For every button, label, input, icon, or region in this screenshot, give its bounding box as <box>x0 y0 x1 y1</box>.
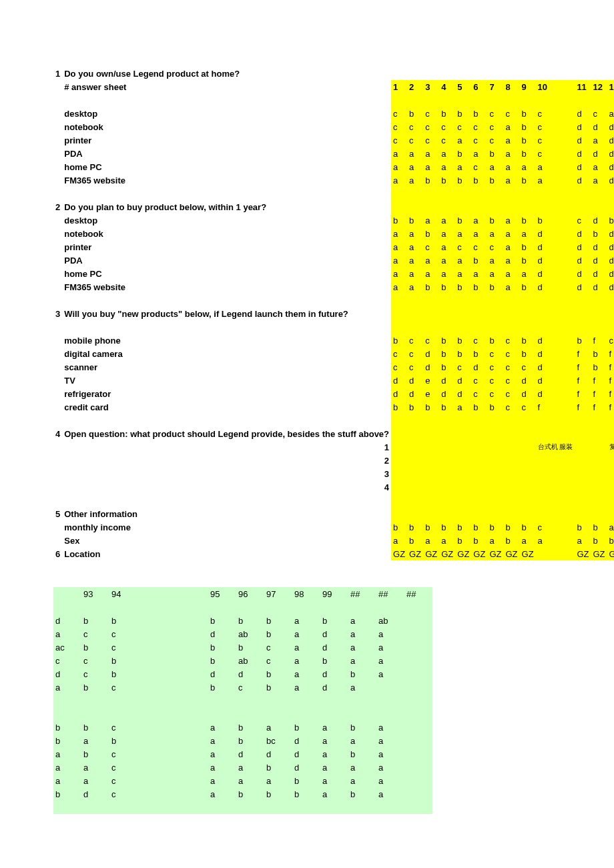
cell: d <box>607 240 614 254</box>
cell: c <box>455 360 471 374</box>
cell: b <box>407 213 423 227</box>
cell: d <box>575 240 591 254</box>
cell: b <box>391 334 407 347</box>
row-label: printer <box>62 133 391 147</box>
green-cell: a <box>320 787 348 801</box>
green-cell: b <box>236 734 264 747</box>
q5-title: Other information <box>62 507 391 520</box>
cell: a <box>407 267 423 280</box>
cell: a <box>520 160 536 173</box>
cell: b <box>575 334 591 347</box>
cell: c <box>439 133 455 147</box>
cell: a <box>520 227 536 240</box>
cell: f <box>591 334 607 347</box>
cell: a <box>503 280 519 294</box>
green-cell <box>404 787 432 801</box>
cell: c <box>391 360 407 374</box>
cell: c <box>423 334 439 347</box>
row-label: TV <box>62 374 391 387</box>
green-cell <box>376 694 404 707</box>
row-label: desktop <box>62 213 391 227</box>
green-cell <box>348 707 376 721</box>
cell: d <box>607 267 614 280</box>
green-cell: a <box>376 787 404 801</box>
green-cell: c <box>109 787 137 801</box>
green-cell: b <box>81 640 109 654</box>
cell: c <box>487 387 503 400</box>
cell: d <box>439 387 455 400</box>
green-cell: a <box>348 774 376 787</box>
cell: d <box>520 387 536 400</box>
cell: c <box>423 240 439 254</box>
green-cell: a <box>348 654 376 667</box>
row-label: mobile phone <box>62 334 391 347</box>
green-cell <box>81 694 109 707</box>
cell: d <box>591 254 607 267</box>
cell: b <box>607 534 614 547</box>
green-cell <box>137 627 208 640</box>
q3-title: Will you buy "new products" below, if Le… <box>62 307 391 320</box>
green-cell <box>404 761 432 774</box>
cell: a <box>407 280 423 294</box>
cell: d <box>536 334 575 347</box>
green-cell: a <box>292 654 320 667</box>
yellow-table: 1Do you own/use Legend product at home?#… <box>53 67 614 560</box>
green-cell <box>137 721 208 734</box>
cell: a <box>423 147 439 160</box>
green-cell: b <box>236 787 264 801</box>
cell: c <box>471 334 487 347</box>
cell: c <box>503 334 519 347</box>
green-cell: a <box>53 747 81 761</box>
green-cell: b <box>348 787 376 801</box>
cell: c <box>503 107 519 120</box>
green-cell <box>292 600 320 614</box>
green-cell: a <box>348 761 376 774</box>
cell: b <box>455 280 471 294</box>
cell: a <box>520 267 536 280</box>
green-cell: a <box>376 627 404 640</box>
green-header-cell: 94 <box>109 587 137 600</box>
cell: c <box>591 107 607 120</box>
cell <box>536 547 575 560</box>
cell: c <box>607 334 614 347</box>
cell: b <box>439 520 455 534</box>
cell: d <box>607 280 614 294</box>
green-cell: b <box>264 627 292 640</box>
green-cell <box>404 654 432 667</box>
green-cell: a <box>53 681 81 694</box>
cell: f <box>607 374 614 387</box>
cell: GZ <box>455 547 471 560</box>
green-cell: d <box>208 667 236 681</box>
col-5: 5 <box>455 80 471 93</box>
green-cell: a <box>236 761 264 774</box>
green-cell: d <box>320 681 348 694</box>
green-cell: a <box>376 774 404 787</box>
cell: f <box>536 400 575 414</box>
green-cell: a <box>348 614 376 627</box>
cell: d <box>575 147 591 160</box>
cell: c <box>423 133 439 147</box>
row-label: digital camera <box>62 347 391 360</box>
cell: GZ <box>487 547 503 560</box>
cell: a <box>503 254 519 267</box>
green-cell <box>137 640 208 654</box>
cell: a <box>407 147 423 160</box>
green-cell: b <box>81 747 109 761</box>
green-cell <box>376 681 404 694</box>
cell: d <box>575 133 591 147</box>
cell: a <box>391 240 407 254</box>
cell: c <box>487 360 503 374</box>
cell: a <box>487 227 503 240</box>
open-answer: 台式机 服装 <box>536 440 575 454</box>
cell: c <box>536 107 575 120</box>
cell: b <box>520 107 536 120</box>
cell: b <box>471 520 487 534</box>
green-cell <box>137 707 208 721</box>
cell: b <box>591 227 607 240</box>
green-cell: b <box>264 681 292 694</box>
cell: a <box>423 160 439 173</box>
green-cell: a <box>53 761 81 774</box>
cell: b <box>591 360 607 374</box>
green-cell: a <box>320 721 348 734</box>
cell: a <box>455 254 471 267</box>
